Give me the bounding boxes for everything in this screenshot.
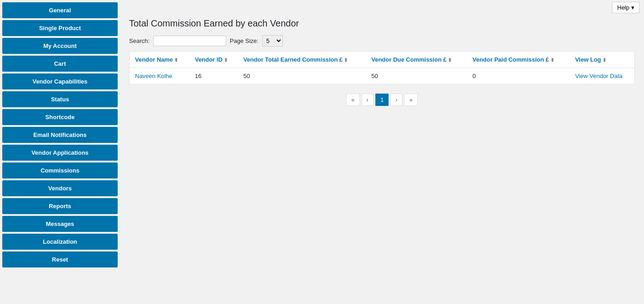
- col-vendor-total-earned-commission-[interactable]: Vendor Total Earned Commission £ ⇕: [238, 52, 366, 68]
- page-title: Total Commission Earned by each Vendor: [129, 18, 635, 29]
- cell-4: 0: [467, 68, 570, 84]
- sidebar-btn-cart[interactable]: Cart: [2, 56, 118, 72]
- pagination-first[interactable]: «: [346, 94, 359, 106]
- cell-1: 16: [189, 68, 238, 84]
- sort-icon: ⇕: [224, 58, 228, 63]
- chevron-down-icon: ▾: [631, 4, 634, 11]
- pagination: « ‹ 1 › »: [129, 94, 635, 106]
- page-size-label: Page Size:: [230, 37, 259, 44]
- sidebar-btn-reports[interactable]: Reports: [2, 198, 118, 214]
- sort-icon: ⇕: [344, 58, 348, 63]
- sidebar: GeneralSingle ProductMy AccountCartVendo…: [0, 0, 120, 304]
- help-button[interactable]: Help ▾: [612, 2, 639, 13]
- pagination-next[interactable]: ›: [390, 94, 402, 106]
- sidebar-btn-email-notifications[interactable]: Email Notifications: [2, 127, 118, 143]
- commission-table: Vendor Name ⇕Vendor ID ⇕Vendor Total Ear…: [129, 51, 635, 84]
- sidebar-btn-commissions[interactable]: Commissions: [2, 162, 118, 178]
- sidebar-btn-messages[interactable]: Messages: [2, 216, 118, 232]
- table-row: Naveen Kolhe1650500View Vendor Data: [130, 68, 635, 84]
- sidebar-btn-shortcode[interactable]: Shortcode: [2, 109, 118, 125]
- col-vendor-id[interactable]: Vendor ID ⇕: [189, 52, 238, 68]
- search-label: Search:: [129, 37, 150, 44]
- sort-icon: ⇕: [602, 58, 606, 63]
- sidebar-btn-general[interactable]: General: [2, 2, 118, 18]
- view-vendor-data-link[interactable]: View Vendor Data: [570, 68, 635, 84]
- col-vendor-due-commission-[interactable]: Vendor Due Commission £ ⇕: [366, 52, 467, 68]
- sidebar-btn-localization[interactable]: Localization: [2, 234, 118, 250]
- sort-icon: ⇕: [551, 58, 554, 63]
- help-label: Help: [617, 4, 629, 11]
- cell-2: 50: [238, 68, 366, 84]
- sidebar-btn-my-account[interactable]: My Account: [2, 38, 118, 54]
- sort-icon: ⇕: [448, 58, 452, 63]
- search-input[interactable]: [153, 36, 226, 46]
- cell-3: 50: [366, 68, 467, 84]
- page-size-select[interactable]: 5102550: [262, 35, 283, 47]
- col-view-log[interactable]: View Log ⇕: [570, 52, 635, 68]
- main-content: Help ▾ Total Commission Earned by each V…: [120, 0, 644, 304]
- sidebar-btn-single-product[interactable]: Single Product: [2, 20, 118, 36]
- col-vendor-name[interactable]: Vendor Name ⇕: [130, 52, 190, 68]
- table-body: Naveen Kolhe1650500View Vendor Data: [130, 68, 635, 84]
- col-vendor-paid-commission-[interactable]: Vendor Paid Commission £ ⇕: [467, 52, 570, 68]
- pagination-current[interactable]: 1: [375, 94, 389, 106]
- table-header: Vendor Name ⇕Vendor ID ⇕Vendor Total Ear…: [130, 52, 635, 68]
- sidebar-btn-vendors[interactable]: Vendors: [2, 180, 118, 196]
- toolbar: Search: Page Size: 5102550: [129, 35, 635, 47]
- cell-0: Naveen Kolhe: [130, 68, 190, 84]
- sidebar-btn-vendor-capabilities[interactable]: Vendor Capabilities: [2, 73, 118, 89]
- sidebar-btn-status[interactable]: Status: [2, 91, 118, 107]
- sidebar-btn-reset[interactable]: Reset: [2, 252, 118, 267]
- sidebar-btn-vendor-applications[interactable]: Vendor Applications: [2, 145, 118, 161]
- pagination-last[interactable]: »: [404, 94, 417, 106]
- pagination-prev[interactable]: ‹: [362, 94, 374, 106]
- sort-icon: ⇕: [174, 58, 178, 63]
